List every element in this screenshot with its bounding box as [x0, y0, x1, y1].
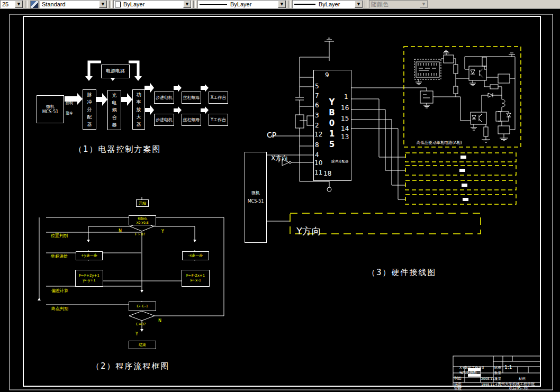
color-value: ByLayer — [122, 1, 146, 7]
bar-labels — [459, 156, 468, 201]
diode-icon — [488, 93, 493, 97]
text-style-icon[interactable] — [30, 1, 39, 8]
phase-circuit-caption: 高低压驱动单相电路(A相) — [417, 141, 462, 145]
flow-end-box: 结束 — [129, 341, 156, 349]
branch-n-label: N — [119, 229, 122, 234]
diode-icon — [471, 70, 475, 74]
ground-icon — [443, 50, 449, 55]
toolbar-separator — [365, 1, 367, 8]
x-direction-label: X方向 — [271, 155, 288, 162]
toolbar-separator — [109, 1, 112, 8]
decision-diamond — [129, 311, 155, 321]
mcu-box: 微机MCS-51 — [37, 95, 64, 123]
pin-number: 5 — [315, 83, 319, 90]
titleblock-scale-value: 1:1 — [504, 365, 512, 370]
pin-number: 8 — [315, 142, 319, 149]
flow-arrowheads — [38, 204, 196, 332]
color-combo[interactable]: ByLayer ▼ — [113, 0, 192, 8]
toolbar-separator — [193, 1, 196, 8]
branch-n-label: N — [158, 319, 161, 324]
decision1-label: F＞0? — [135, 233, 145, 237]
diode-icon — [507, 113, 511, 117]
ground-icon — [469, 80, 476, 86]
color-swatch-icon — [115, 2, 121, 7]
pin-number: 9 — [325, 72, 329, 79]
lane-label-feed: 坐标进给 — [51, 254, 68, 259]
cp-label: CP — [267, 131, 276, 139]
power-circuit-box: 电源电路 — [101, 65, 130, 78]
ground-icon — [500, 134, 508, 141]
titleblock-drawn-label: 制图 — [454, 377, 462, 381]
terminal-icon — [327, 187, 331, 192]
x-table-box: X工作台 — [209, 92, 228, 104]
drawing-canvas[interactable]: 电源电路 微机MCS-51 控制 指令 脉冲分配器 光电耦合器 功率放大器 步进… — [0, 9, 560, 392]
titleblock-title-line2: 电气线路图 — [459, 371, 477, 375]
pin-number: 2 — [315, 122, 319, 129]
power-rail-icon — [509, 53, 515, 57]
module-pins — [418, 63, 437, 76]
dropdown-arrow-icon[interactable]: ▼ — [15, 1, 23, 8]
optocoupler-box: 光电耦合器 — [107, 90, 121, 130]
titleblock-weight-label: 重量 — [494, 377, 501, 381]
optocoupler-icon — [469, 66, 486, 80]
y-direction-label: Y方向 — [296, 226, 321, 236]
plotstyle-combo: 随颜色 ▼ — [369, 0, 428, 8]
ground-icon — [471, 124, 477, 130]
phase-driver-circuit — [404, 50, 515, 142]
lane-label-endpoint: 终点判别 — [51, 307, 68, 312]
plotstyle-value: 随颜色 — [369, 1, 390, 8]
diode-icon — [472, 115, 476, 119]
titleblock-traced-date: 1998.11.4 — [481, 383, 498, 387]
diagram2-caption: （2）程序流程框图 — [92, 361, 170, 371]
flow-step-right-box: -x走一步 — [182, 251, 209, 260]
resistor-icon — [496, 112, 501, 121]
object-properties-toolbar: 25 ▼ Standard ▼ ByLayer ▼ ByLayer ▼ ByLa… — [0, 0, 560, 9]
power-amp-box: 功率放大器 — [132, 89, 145, 130]
pin-number: 15 — [341, 115, 349, 122]
pin-number: 3 — [315, 112, 319, 119]
resistor-icon — [490, 85, 498, 89]
driver-module — [414, 59, 441, 79]
titleblock-org-line2: 机自05-3班 — [509, 387, 529, 391]
lane-label-deviation: 偏差计算 — [51, 289, 68, 294]
chip-name: YB015 — [328, 97, 336, 150]
flow-init-box: 初始化X0,Y0,E — [129, 215, 156, 225]
chip-sublabel: 脉冲分配器 — [331, 160, 349, 163]
ground-icon — [423, 103, 430, 108]
flow-start-box: 开始 — [136, 199, 149, 207]
dropdown-arrow-icon[interactable]: ▼ — [183, 1, 191, 8]
titleblock-title-line1: X-Y数控工作台3 — [459, 366, 484, 370]
leadscrew-box: 丝杠螺母 — [182, 92, 201, 104]
resistor-icon — [484, 127, 488, 136]
lineweight-combo[interactable]: ByLayer ▼ — [292, 0, 363, 8]
linetype-combo[interactable]: ByLayer ▼ — [197, 0, 286, 8]
ground-icon — [416, 79, 422, 85]
optocoupler-icon — [471, 112, 486, 124]
titleblock-material-label: 材料 — [519, 377, 526, 381]
branch-y-label: Y — [136, 332, 138, 337]
text-height-combo[interactable]: 25 ▼ — [0, 0, 23, 8]
dropdown-arrow-icon[interactable]: ▼ — [278, 1, 286, 8]
text-height-value: 25 — [1, 1, 10, 7]
dropdown-arrow-icon[interactable]: ▼ — [99, 1, 107, 8]
cad-application-window: 25 ▼ Standard ▼ ByLayer ▼ ByLayer ▼ ByLa… — [0, 0, 560, 392]
stepper-motor-box: 步进电机 — [154, 92, 174, 104]
style-combo[interactable]: Standard ▼ — [40, 0, 107, 8]
capacitor-icon — [295, 97, 304, 100]
pin-number: 6 — [315, 102, 319, 109]
lineweight-value: ByLayer — [317, 1, 341, 7]
pin-number: 16 — [341, 105, 349, 112]
titleblock-traced-label: 描图 — [454, 382, 462, 387]
decision2-label: E=0? — [136, 323, 146, 327]
resistor-icon — [482, 57, 486, 66]
pin-number: 14 — [341, 125, 349, 132]
toolbar-separator — [25, 1, 28, 8]
pin-number: 1 — [344, 94, 348, 101]
toolbar-separator — [288, 1, 291, 8]
leadscrew-box: 丝杠螺母 — [182, 114, 201, 126]
titleblock-check-label: 审核 — [454, 387, 462, 391]
dropdown-arrow-icon[interactable]: ▼ — [355, 1, 363, 8]
arrow-label-command: 指令 — [66, 112, 73, 116]
arrow-label-control: 控制 — [66, 102, 73, 106]
flow-step-left-box: +y走一步 — [76, 251, 103, 260]
